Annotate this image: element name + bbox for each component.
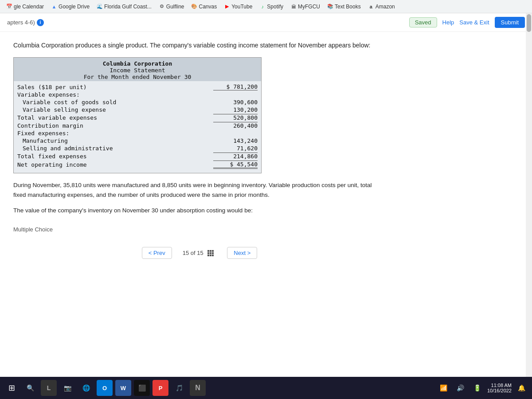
taskbar-app-spotify[interactable]: 🎵 xyxy=(171,380,187,396)
bookmark-gulfline[interactable]: ⚙ Gulfline xyxy=(156,3,187,11)
total-fixed-amount: 214,860 xyxy=(213,153,258,160)
bookmark-label: Spotify xyxy=(267,4,283,10)
bookmark-label: YouTube xyxy=(231,4,252,10)
income-statement-table: Columbia Corporation Income Statement Fo… xyxy=(13,57,262,173)
page-total: 15 xyxy=(197,250,203,256)
taskbar-wifi-icon[interactable]: 📶 xyxy=(437,381,451,395)
taskbar-app-L[interactable]: L xyxy=(41,380,57,396)
taskbar-volume-icon[interactable]: 🔊 xyxy=(454,381,468,395)
question-area: Columbia Corporation produces a single p… xyxy=(0,32,399,275)
page-indicator: 15 of 15 xyxy=(183,250,217,257)
variable-cogs-row: Variable cost of goods sold 390,600 xyxy=(17,98,258,106)
start-button[interactable]: ⊞ xyxy=(4,380,20,396)
manufacturing-row: Manufacturing 143,240 xyxy=(17,137,258,145)
bookmark-youtube[interactable]: ▶ YouTube xyxy=(221,3,255,11)
taskbar-app-N[interactable]: N xyxy=(190,380,206,396)
content-topbar: apters 4-6) i Saved Help Save & Exit Sub… xyxy=(0,13,532,32)
drive-icon: ▲ xyxy=(51,4,57,10)
company-name: Columbia Corporation xyxy=(16,60,259,67)
bookmark-myfgcu[interactable]: 🏛 MyFGCU xyxy=(288,3,323,11)
top-actions: Saved Help Save & Exit Submit xyxy=(409,17,525,28)
taskbar-app-pdf[interactable]: P xyxy=(153,380,168,396)
help-link[interactable]: Help xyxy=(442,19,454,26)
table-header: Columbia Corporation Income Statement Fo… xyxy=(14,58,261,81)
sales-label: Sales ($18 per unit) xyxy=(17,84,213,90)
bookmark-spotify[interactable]: ♪ Spotify xyxy=(257,3,286,11)
textbooks-icon: 📚 xyxy=(327,4,333,10)
selling-admin-label: Selling and administrative xyxy=(17,145,213,152)
net-operating-label: Net operating income xyxy=(17,161,213,168)
multiple-choice-label: Multiple Choice xyxy=(13,226,386,233)
contribution-margin-row: Contribution margin 260,400 xyxy=(17,121,258,129)
youtube-icon: ▶ xyxy=(224,4,230,10)
spotify-icon: ♪ xyxy=(259,4,266,10)
statement-period: For the Month ended November 30 xyxy=(16,74,259,80)
manufacturing-label: Manufacturing xyxy=(17,137,213,144)
total-variable-label: Total variable expenses xyxy=(17,114,213,121)
canvas-icon: 🎨 xyxy=(191,4,197,10)
scrollbar-thumb[interactable] xyxy=(527,14,531,32)
next-button[interactable]: Next > xyxy=(227,247,257,259)
bookmark-label: gle Calendar xyxy=(14,4,44,10)
total-variable-amount: 520,800 xyxy=(213,114,258,121)
taskbar-clock[interactable]: 11:08 AM 10/16/2022 xyxy=(487,383,512,393)
bookmark-label: Gulfline xyxy=(166,4,184,10)
bookmark-canvas[interactable]: 🎨 Canvas xyxy=(188,3,219,11)
calendar-icon: 📅 xyxy=(6,4,12,10)
variable-expenses-label: Variable expenses: xyxy=(17,91,213,98)
net-operating-amount: $ 45,540 xyxy=(213,160,258,169)
vcogs-amount: 390,600 xyxy=(213,99,258,106)
sales-amount: $ 781,200 xyxy=(213,83,258,90)
florida-icon: 🌊 xyxy=(97,4,103,10)
taskbar-battery-icon[interactable]: 🔋 xyxy=(470,381,485,395)
bookmark-amazon[interactable]: a Amazon xyxy=(365,3,398,11)
table-body: Sales ($18 per unit) $ 781,200 Variable … xyxy=(14,81,261,173)
vcogs-label: Variable cost of goods sold xyxy=(17,99,213,106)
taskbar-app-chrome[interactable]: 🌐 xyxy=(78,380,94,396)
gulfline-icon: ⚙ xyxy=(159,4,165,10)
vselling-amount: 130,200 xyxy=(213,106,258,113)
variable-expenses-header: Variable expenses: xyxy=(17,91,258,98)
grid-icon-wrapper xyxy=(207,250,214,256)
grid-view-icon[interactable] xyxy=(207,250,214,256)
bookmark-gle-calendar[interactable]: 📅 gle Calendar xyxy=(4,3,47,11)
taskbar-app-outlook[interactable]: O xyxy=(97,380,113,396)
sales-row: Sales ($18 per unit) $ 781,200 xyxy=(17,83,258,91)
saved-badge: Saved xyxy=(409,17,437,27)
bookmark-label: Florida Gulf Coast... xyxy=(104,4,152,10)
taskbar-app-black[interactable]: ⬛ xyxy=(134,380,150,396)
bookmark-textbooks[interactable]: 📚 Text Books xyxy=(325,3,364,11)
paragraph2: The value of the company's inventory on … xyxy=(13,206,386,215)
scrollbar-track[interactable] xyxy=(526,13,532,377)
selling-admin-amount: 71,620 xyxy=(213,145,258,152)
question-intro: Columbia Corporation produces a single p… xyxy=(13,41,386,50)
breadcrumb: apters 4-6) xyxy=(7,19,35,26)
taskbar-app-camera[interactable]: 📷 xyxy=(59,380,75,396)
page-of: of xyxy=(191,250,197,256)
submit-button[interactable]: Submit xyxy=(495,17,525,28)
selling-admin-row: Selling and administrative 71,620 xyxy=(17,145,258,152)
bookmark-label: MyFGCU xyxy=(298,4,320,10)
taskbar-app-word[interactable]: W xyxy=(115,380,131,396)
bookmark-bar: 📅 gle Calendar ▲ Google Drive 🌊 Florida … xyxy=(0,0,532,13)
bookmark-florida-gulf[interactable]: 🌊 Florida Gulf Coast... xyxy=(94,3,154,11)
fixed-expenses-label: Fixed expenses: xyxy=(17,130,213,137)
bookmark-label: Amazon xyxy=(376,4,395,10)
bookmark-label: Text Books xyxy=(335,4,361,10)
variable-selling-row: Variable selling expense 130,200 xyxy=(17,106,258,113)
taskbar: ⊞ 🔍 L 📷 🌐 O W ⬛ P 🎵 N 📶 🔊 🔋 11:08 AM 10/… xyxy=(0,377,532,399)
total-variable-row: Total variable expenses 520,800 xyxy=(17,113,258,121)
statement-title: Income Statement xyxy=(16,67,259,74)
taskbar-right: 📶 🔊 🔋 11:08 AM 10/16/2022 🔔 xyxy=(437,381,528,395)
clock-date: 10/16/2022 xyxy=(487,388,512,393)
search-button[interactable]: 🔍 xyxy=(22,380,38,396)
bookmark-label: Google Drive xyxy=(59,4,90,10)
notification-icon[interactable]: 🔔 xyxy=(514,381,528,395)
total-fixed-row: Total fixed expenses 214,860 xyxy=(17,152,258,160)
myfgcu-icon: 🏛 xyxy=(290,4,297,10)
prev-button[interactable]: < Prev xyxy=(142,247,172,259)
info-icon[interactable]: i xyxy=(37,19,44,26)
amazon-icon: a xyxy=(368,4,374,10)
bookmark-google-drive[interactable]: ▲ Google Drive xyxy=(48,3,92,11)
save-exit-link[interactable]: Save & Exit xyxy=(459,19,489,26)
